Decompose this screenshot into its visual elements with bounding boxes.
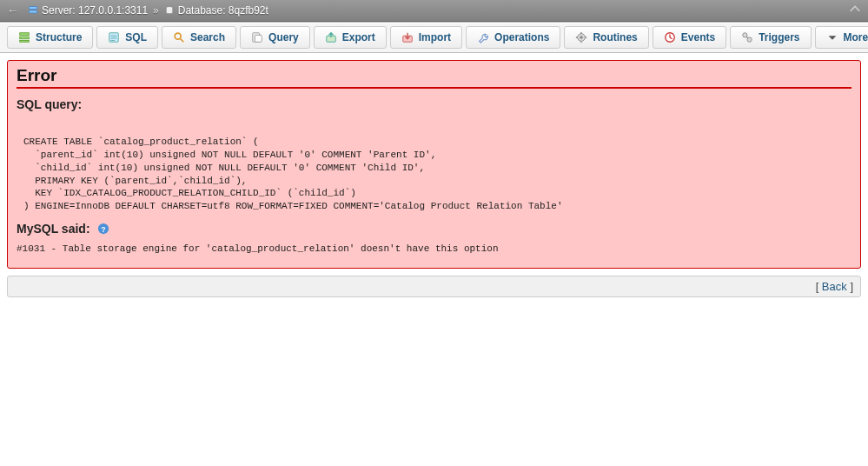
query-icon bbox=[251, 31, 263, 43]
svg-line-8 bbox=[181, 39, 184, 43]
tab-routines[interactable]: Routines bbox=[564, 26, 648, 49]
svg-point-14 bbox=[580, 36, 584, 39]
operations-icon bbox=[477, 31, 489, 43]
breadcrumb-bar: ← Server: 127.0.0.1:3311 » Database: 8qz… bbox=[0, 0, 868, 22]
chevron-down-icon bbox=[826, 31, 838, 43]
server-icon bbox=[28, 5, 38, 16]
database-icon bbox=[164, 5, 175, 16]
export-icon bbox=[325, 31, 337, 43]
mysql-said-heading: MySQL said: ? bbox=[17, 222, 851, 236]
tab-structure[interactable]: Structure bbox=[7, 26, 93, 49]
tab-export-label: Export bbox=[342, 31, 375, 43]
breadcrumb-db-value: 8qzfb92t bbox=[229, 4, 268, 17]
main-tabs: Structure SQL Search Query Export Import… bbox=[0, 22, 868, 53]
tab-triggers[interactable]: Triggers bbox=[730, 26, 811, 49]
svg-rect-5 bbox=[20, 41, 30, 43]
footer-bar: [ Back ] bbox=[7, 276, 861, 297]
triggers-icon bbox=[741, 31, 753, 43]
tab-operations-label: Operations bbox=[494, 31, 549, 43]
svg-rect-1 bbox=[30, 10, 37, 13]
tab-triggers-label: Triggers bbox=[759, 31, 799, 43]
tab-operations[interactable]: Operations bbox=[466, 26, 560, 49]
search-icon bbox=[173, 31, 185, 43]
tab-search-label: Search bbox=[190, 31, 225, 43]
breadcrumb-database[interactable]: Database: 8qzfb92t bbox=[178, 4, 268, 17]
breadcrumb-sep: » bbox=[153, 4, 159, 17]
tab-events[interactable]: Events bbox=[653, 26, 726, 49]
sql-query-body: CREATE TABLE `catalog_product_relation` … bbox=[17, 115, 851, 213]
import-icon bbox=[401, 31, 414, 43]
tab-sql-label: SQL bbox=[125, 31, 147, 43]
tab-query[interactable]: Query bbox=[240, 26, 310, 49]
collapse-panel-icon[interactable] bbox=[849, 3, 861, 18]
breadcrumb-db-label: Database: bbox=[178, 4, 229, 17]
tab-more[interactable]: More bbox=[815, 26, 868, 49]
tab-events-label: Events bbox=[681, 31, 715, 43]
svg-rect-0 bbox=[30, 7, 37, 10]
routines-icon bbox=[575, 31, 587, 43]
tab-query-label: Query bbox=[268, 31, 299, 43]
structure-icon bbox=[18, 31, 30, 43]
mysql-error-message: #1031 - Table storage engine for 'catalo… bbox=[17, 239, 851, 256]
error-panel: Error SQL query: CREATE TABLE `catalog_p… bbox=[7, 60, 861, 269]
help-icon[interactable]: ? bbox=[97, 223, 109, 235]
events-icon bbox=[664, 31, 676, 43]
error-title: Error bbox=[17, 66, 851, 89]
sql-icon bbox=[108, 31, 120, 43]
breadcrumb-server-label: Server: bbox=[42, 4, 78, 17]
tab-more-label: More bbox=[844, 31, 868, 43]
tab-import-label: Import bbox=[419, 31, 451, 43]
svg-rect-10 bbox=[255, 35, 262, 42]
svg-rect-3 bbox=[20, 33, 30, 36]
tab-routines-label: Routines bbox=[593, 31, 637, 43]
breadcrumb-server-value: 127.0.0.1:3311 bbox=[78, 4, 148, 17]
breadcrumb-server[interactable]: Server: 127.0.0.1:3311 bbox=[42, 4, 148, 17]
back-link[interactable]: Back bbox=[822, 280, 847, 293]
svg-text:?: ? bbox=[101, 225, 105, 234]
tab-export[interactable]: Export bbox=[314, 26, 387, 49]
svg-point-7 bbox=[175, 33, 181, 39]
nav-back-icon[interactable]: ← bbox=[7, 3, 19, 17]
mysql-said-label: MySQL said: bbox=[17, 222, 90, 236]
svg-rect-4 bbox=[20, 37, 30, 39]
sql-query-label: SQL query: bbox=[17, 97, 851, 111]
tab-search[interactable]: Search bbox=[162, 26, 236, 49]
tab-structure-label: Structure bbox=[36, 31, 82, 43]
tab-import[interactable]: Import bbox=[390, 26, 462, 49]
tab-sql[interactable]: SQL bbox=[96, 26, 158, 49]
